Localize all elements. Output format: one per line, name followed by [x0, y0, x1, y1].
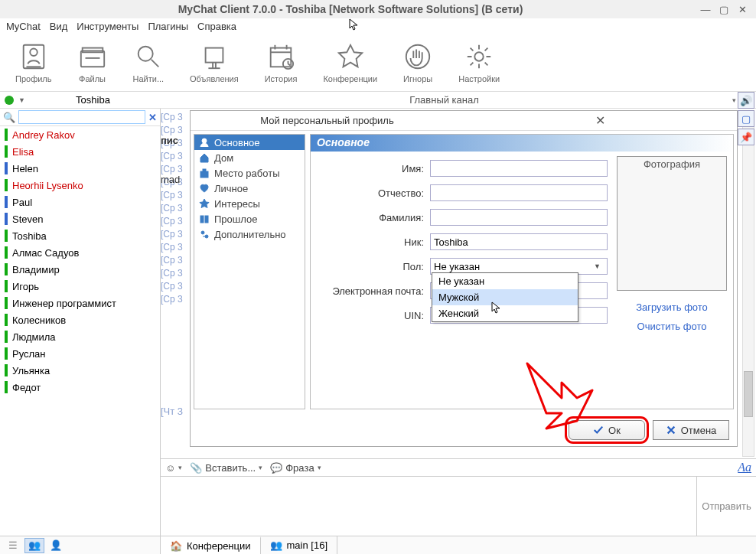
status-bar-icon: [5, 246, 8, 259]
sex-option-male[interactable]: Мужской: [432, 289, 578, 305]
svg-rect-25: [205, 216, 208, 223]
svg-point-26: [201, 231, 204, 234]
menu-mychat[interactable]: MyChat: [6, 21, 41, 32]
dialog-nav-main[interactable]: Основное: [194, 135, 305, 150]
clear-photo-link[interactable]: Очистить фото: [637, 321, 707, 332]
surname-label: Фамилия:: [315, 212, 430, 223]
gear-icon: [464, 42, 494, 71]
dialog-nav-past[interactable]: Прошлое: [194, 211, 305, 226]
contact-item[interactable]: Колесников: [0, 311, 160, 328]
chat-scrollbar[interactable]: [742, 110, 754, 457]
toolbar-announce-label: Объявления: [190, 74, 239, 83]
chat-fragment-2: mad: [161, 174, 180, 185]
svg-rect-3: [80, 51, 103, 67]
status-dropdown-icon[interactable]: ▼: [18, 96, 25, 104]
status-bar-icon: [5, 331, 8, 343]
send-button[interactable]: Отправить: [696, 477, 756, 536]
dialog-nav-work[interactable]: Место работы: [194, 165, 305, 181]
close-button[interactable]: ✕: [733, 4, 751, 15]
pin-button[interactable]: 📌: [738, 129, 754, 145]
contact-search-input[interactable]: [18, 110, 145, 124]
emoji-button[interactable]: ☺ ▾: [165, 462, 182, 474]
extra-icon: [199, 229, 210, 240]
toolbar-files-label: Файлы: [79, 74, 106, 83]
contact-item[interactable]: Toshiba: [0, 227, 160, 244]
view-group-button[interactable]: 👥: [24, 538, 44, 553]
work-icon: [199, 168, 210, 178]
sound-button[interactable]: 🔊: [738, 92, 754, 109]
format-button[interactable]: Aa: [738, 461, 751, 474]
toolbar-profile[interactable]: Профиль: [15, 42, 52, 83]
load-photo-link[interactable]: Загрузить фото: [636, 301, 708, 313]
chat-timestamp: [Ср 3: [161, 203, 191, 216]
name-input[interactable]: [430, 160, 608, 177]
clear-search-icon[interactable]: ✕: [148, 112, 157, 123]
menu-plugins[interactable]: Плагины: [148, 21, 188, 32]
contact-item[interactable]: Игорь: [0, 278, 160, 295]
status-indicator-icon[interactable]: [5, 96, 14, 105]
tab-main-label: main [16]: [287, 539, 327, 551]
nick-input[interactable]: [430, 233, 608, 250]
contact-item[interactable]: Steven: [0, 210, 160, 227]
menu-view[interactable]: Вид: [50, 21, 68, 32]
tab-conferences[interactable]: 🏠 Конференции: [161, 536, 261, 554]
x-icon: [666, 425, 676, 435]
attach-button[interactable]: 📎 Вставить... ▾: [190, 462, 262, 474]
contact-item[interactable]: Людмила: [0, 328, 160, 345]
ok-button[interactable]: Ок: [569, 420, 645, 440]
phrase-button[interactable]: 💬 Фраза ▾: [270, 462, 321, 474]
contact-item[interactable]: Алмас Садуов: [0, 244, 160, 261]
minimize-button[interactable]: —: [696, 4, 715, 15]
chat-fragment-1: пис: [161, 135, 178, 146]
dialog-nav-interests[interactable]: Интересы: [194, 196, 305, 211]
toolbar-find[interactable]: Найти...: [133, 42, 165, 83]
svg-line-18: [288, 64, 291, 65]
chat-timestamp: [Ср 3: [161, 255, 191, 268]
sex-option-female[interactable]: Женский: [432, 305, 578, 321]
contact-item[interactable]: Elisa: [0, 143, 160, 160]
maximize-button[interactable]: ▢: [715, 4, 733, 15]
contact-item[interactable]: Руслан: [0, 345, 160, 362]
contact-name: Heorhii Lysenko: [12, 180, 83, 191]
sex-option-none[interactable]: Не указан: [432, 273, 578, 289]
dialog-nav-home[interactable]: Дом: [194, 150, 305, 165]
contact-item[interactable]: Федот: [0, 379, 160, 396]
svg-rect-22: [200, 171, 208, 178]
contact-item[interactable]: Владимир: [0, 261, 160, 278]
contact-item[interactable]: Andrey Rakov: [0, 126, 160, 143]
toolbar-history[interactable]: История: [265, 42, 298, 83]
message-input[interactable]: [161, 477, 696, 536]
patronymic-input[interactable]: [430, 184, 608, 201]
announce-icon: [200, 42, 229, 71]
contact-item[interactable]: Инженер программист: [0, 295, 160, 311]
view-single-button[interactable]: 👤: [46, 538, 66, 553]
contact-item[interactable]: Heorhii Lysenko: [0, 177, 160, 194]
toolbar-settings[interactable]: Настройки: [458, 42, 500, 83]
menu-help[interactable]: Справка: [197, 21, 236, 32]
tab-main[interactable]: 👥 main [16]: [261, 536, 337, 554]
dialog-nav-personal[interactable]: Личное: [194, 181, 305, 196]
sex-dropdown-popup: Не указан Мужской Женский: [432, 272, 578, 322]
toolbar-confs[interactable]: Конференции: [323, 42, 377, 83]
view-list-button[interactable]: ☰: [3, 538, 23, 553]
surname-input[interactable]: [430, 209, 608, 226]
main-panel: [Ср 3[Ср 3[Ср 3[Ср 3[Ср 3[Ср 3[Ср 3[Ср 3…: [161, 109, 756, 536]
square-button[interactable]: ▢: [738, 110, 754, 127]
dialog-close-button[interactable]: ✕: [464, 113, 737, 128]
cancel-button[interactable]: Отмена: [653, 420, 729, 440]
contact-item[interactable]: Ульянка: [0, 362, 160, 379]
menu-tools[interactable]: Инструменты: [77, 21, 138, 32]
contact-name: Алмас Садуов: [12, 247, 79, 259]
toolbar-ignore[interactable]: Игноры: [403, 42, 432, 83]
toolbar-announce[interactable]: Объявления: [190, 42, 239, 83]
svg-point-1: [30, 48, 37, 56]
dialog-nav-extra[interactable]: Дополнительно: [194, 226, 305, 242]
channel-name: Главный канал: [161, 94, 728, 106]
toolbar-files[interactable]: Файлы: [78, 42, 107, 83]
contact-item[interactable]: Helen: [0, 160, 160, 177]
status-bar-icon: [5, 364, 8, 376]
contact-item[interactable]: Paul: [0, 194, 160, 210]
contact-name: Steven: [12, 213, 43, 225]
send-button-label: Отправить: [702, 500, 751, 512]
contact-name: Andrey Rakov: [12, 129, 75, 141]
